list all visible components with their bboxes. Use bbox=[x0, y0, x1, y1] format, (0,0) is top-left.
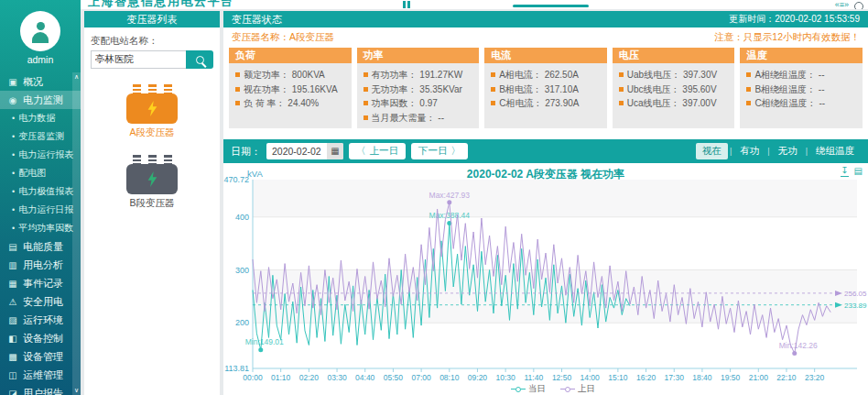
platform-title: 上海智慧信息用电云平台 bbox=[88, 0, 234, 9]
sidebar-item-电力极值报表[interactable]: •电力极值报表 bbox=[0, 182, 81, 201]
user-report-icon: ◪ bbox=[7, 389, 18, 395]
station-search-input[interactable] bbox=[91, 50, 186, 69]
metric-button-绕组温度[interactable]: 绕组温度 bbox=[809, 143, 861, 159]
stat-card-title: 温度 bbox=[740, 48, 863, 63]
top-header-strip: 上海智慧信息用电云平台 «≡» bbox=[81, 0, 868, 9]
sidebar-item-label: 事件记录 bbox=[23, 277, 63, 291]
collapse-icon[interactable]: «≡» bbox=[835, 0, 849, 9]
chevron-right-icon: 〉 bbox=[451, 145, 461, 158]
svg-text:22:10: 22:10 bbox=[776, 373, 797, 382]
svg-text:12:50: 12:50 bbox=[552, 373, 572, 382]
metric-button-无功[interactable]: 无功 bbox=[772, 143, 804, 159]
stat-item-text: 视在功率： 195.16KVA bbox=[244, 82, 338, 97]
line-chart: 200300400470.72113.8100:0001:1002:2003:3… bbox=[223, 163, 868, 392]
legend-label: 上日 bbox=[578, 383, 595, 395]
app: 上海智慧信息用电云平台 «≡» admin ▣概况◉电力监测•电力数据•变压器监… bbox=[0, 0, 868, 395]
sidebar-item-用户报告[interactable]: ◪用户报告 bbox=[0, 384, 81, 395]
svg-text:03:30: 03:30 bbox=[327, 373, 347, 382]
sidebar-item-安全用电[interactable]: ⚠安全用电 bbox=[0, 292, 81, 311]
stat-item-text: A相电流： 262.50A bbox=[499, 68, 579, 82]
sidebar-item-概况[interactable]: ▣概况 bbox=[0, 72, 81, 91]
user-icon[interactable] bbox=[854, 2, 863, 9]
square-bullet-icon bbox=[746, 72, 751, 77]
square-bullet-icon bbox=[491, 101, 495, 105]
svg-text:256.05: 256.05 bbox=[844, 290, 867, 298]
chart-legend: 当日上日 bbox=[260, 383, 846, 395]
sidebar-item-用电分析[interactable]: ▥用电分析 bbox=[0, 256, 81, 274]
svg-text:200: 200 bbox=[235, 318, 249, 327]
stat-item-text: A相绕组温度： -- bbox=[754, 68, 824, 82]
sidebar-item-设备管理[interactable]: ▩设备管理 bbox=[0, 347, 81, 366]
legend-item-上日[interactable]: 上日 bbox=[560, 383, 595, 395]
sidebar-item-label: 配电图 bbox=[18, 167, 46, 180]
avatar[interactable] bbox=[20, 11, 60, 51]
stat-card: 电压Uab线电压： 397.30VUbc线电压： 395.60VUca线电压： … bbox=[613, 48, 735, 128]
date-picker[interactable]: 2020-02-02 ▦ bbox=[266, 143, 343, 159]
svg-text:Max:388.44: Max:388.44 bbox=[429, 211, 471, 220]
sidebar-item-事件记录[interactable]: ▦事件记录 bbox=[0, 274, 81, 292]
square-bullet-icon bbox=[363, 115, 368, 120]
sidebar-item-电力监测[interactable]: ◉电力监测 bbox=[0, 91, 81, 109]
sidebar-scrollbar[interactable]: ∧ ∨ bbox=[72, 72, 81, 395]
sidebar-item-设备控制[interactable]: ◧设备控制 bbox=[0, 329, 81, 347]
sidebar-item-电力数据[interactable]: •电力数据 bbox=[0, 109, 81, 127]
stat-item: Uab线电压： 397.30V bbox=[619, 68, 729, 82]
search-button[interactable] bbox=[186, 50, 213, 69]
transformer-item[interactable]: B段变压器 bbox=[84, 155, 220, 210]
pin-icon bbox=[148, 155, 157, 164]
sidebar-item-label: 电力运行日报 bbox=[18, 203, 73, 216]
sidebar-item-label: 安全用电 bbox=[23, 295, 63, 309]
square-bullet-icon bbox=[363, 87, 368, 92]
person-icon bbox=[32, 20, 49, 44]
legend-line bbox=[521, 389, 526, 390]
stat-item: 视在功率： 195.16KVA bbox=[235, 82, 345, 97]
scroll-down-icon[interactable]: ∨ bbox=[72, 387, 81, 394]
sidebar-item-配电图[interactable]: •配电图 bbox=[0, 164, 81, 182]
sidebar-item-label: 运维管理 bbox=[23, 368, 63, 382]
power-quality-icon: ▤ bbox=[7, 242, 18, 252]
metric-button-有功[interactable]: 有功 bbox=[733, 143, 765, 159]
legend-label: 当日 bbox=[528, 383, 546, 395]
svg-text:05:50: 05:50 bbox=[384, 373, 404, 382]
square-bullet-icon bbox=[235, 87, 240, 92]
square-bullet-icon bbox=[491, 72, 495, 77]
sidebar-item-label: 用电分析 bbox=[23, 258, 63, 272]
pin-icon bbox=[133, 84, 141, 93]
stat-item-text: Ubc线电压： 395.60V bbox=[627, 82, 717, 97]
sidebar-item-label: 电能质量 bbox=[23, 240, 63, 254]
stat-card: 负荷额定功率： 800KVA视在功率： 195.16KVA负 荷 率： 24.4… bbox=[229, 48, 352, 128]
metric-button-视在[interactable]: 视在 bbox=[696, 143, 728, 159]
stat-item: 额定功率： 800KVA bbox=[235, 68, 345, 82]
sidebar-item-电力运行报表[interactable]: •电力运行报表 bbox=[0, 146, 81, 164]
sidebar-item-运维管理[interactable]: ◫运维管理 bbox=[0, 366, 81, 384]
prev-day-button[interactable]: 〈 上一日 bbox=[349, 143, 406, 159]
stat-item-text: C相绕组温度： -- bbox=[754, 96, 825, 111]
stat-item: A相电流： 262.50A bbox=[491, 68, 601, 82]
date-value[interactable]: 2020-02-02 bbox=[266, 146, 327, 157]
stat-item: Ubc线电压： 395.60V bbox=[619, 82, 729, 97]
svg-text:17:30: 17:30 bbox=[665, 373, 685, 382]
chevron-left-icon: 〈 bbox=[356, 145, 366, 158]
svg-text:113.81: 113.81 bbox=[224, 364, 249, 373]
legend-item-当日[interactable]: 当日 bbox=[511, 383, 546, 395]
square-bullet-icon bbox=[235, 72, 240, 77]
calendar-icon[interactable]: ▦ bbox=[327, 143, 343, 159]
sidebar-item-变压器监测[interactable]: •变压器监测 bbox=[0, 127, 81, 146]
sidebar-item-电能质量[interactable]: ▤电能质量 bbox=[0, 237, 81, 256]
legend-marker-icon bbox=[511, 387, 526, 392]
sidebar-item-平均功率因数[interactable]: •平均功率因数 bbox=[0, 219, 81, 237]
sidebar-item-运行环境[interactable]: ▨运行环境 bbox=[0, 311, 81, 329]
scroll-up-icon[interactable]: ∧ bbox=[72, 73, 81, 81]
square-bullet-icon bbox=[746, 87, 751, 92]
environment-icon: ▨ bbox=[7, 315, 18, 325]
usage-analysis-icon: ▥ bbox=[7, 260, 18, 270]
square-bullet-icon bbox=[363, 72, 368, 77]
sidebar-item-电力运行日报[interactable]: •电力运行日报 bbox=[0, 201, 81, 219]
sidebar-item-label: 电力监测 bbox=[23, 93, 63, 107]
power-monitor-icon: ◉ bbox=[7, 95, 18, 105]
next-day-button[interactable]: 下一日 〉 bbox=[411, 143, 468, 159]
transformer-item[interactable]: A段变压器 bbox=[84, 84, 220, 139]
transformer-pins bbox=[84, 155, 220, 164]
status-header-bar: 变压器状态 更新时间：2020-02-02 15:53:59 bbox=[223, 11, 868, 27]
update-time: 更新时间：2020-02-02 15:53:59 bbox=[729, 13, 860, 26]
